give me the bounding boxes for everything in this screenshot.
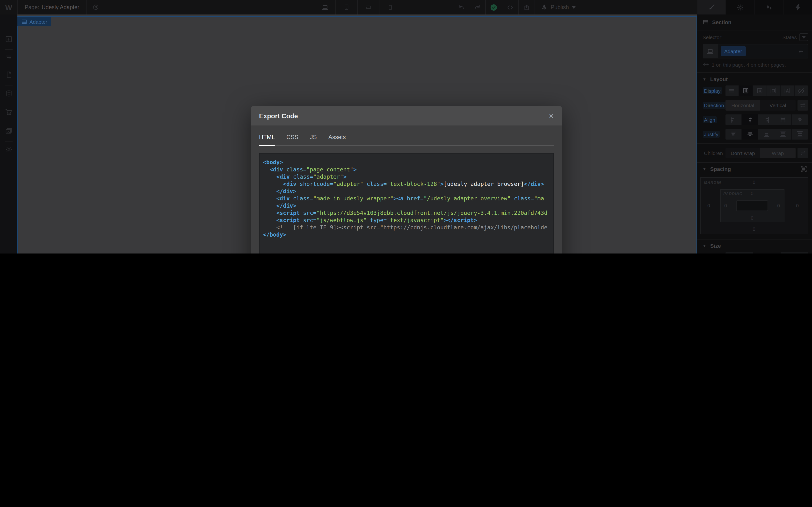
- display-flex-button[interactable]: [739, 86, 752, 96]
- code-brackets-icon: [507, 4, 514, 11]
- class-chip[interactable]: Adapter: [720, 46, 746, 56]
- justify-start-button[interactable]: [725, 129, 742, 139]
- direction-horizontal-button[interactable]: Horizontal: [725, 100, 760, 111]
- align-baseline-button[interactable]: [791, 114, 808, 125]
- children-row: Children Don’t wrap Wrap: [697, 144, 812, 158]
- padding-top-value[interactable]: 0: [751, 191, 753, 196]
- width-field[interactable]: Auto-: [725, 252, 753, 253]
- cms-collections-button[interactable]: [0, 87, 17, 100]
- selected-element-badge[interactable]: Adapter: [17, 17, 51, 26]
- justify-around-button[interactable]: [791, 129, 808, 139]
- justify-options: [725, 129, 808, 139]
- breakpoint-landscape-button[interactable]: [358, 0, 379, 14]
- padding-box: PADDING 0 0 0 0: [720, 189, 784, 222]
- breakpoint-mobile-button[interactable]: [379, 0, 401, 14]
- display-grid-button[interactable]: [753, 86, 766, 96]
- webflow-menu-button[interactable]: W: [0, 0, 17, 14]
- margin-bottom-value[interactable]: 0: [753, 226, 755, 232]
- tab-element-settings[interactable]: [725, 0, 754, 14]
- phone-landscape-icon: [365, 4, 372, 11]
- phone-portrait-icon: [387, 4, 393, 10]
- export-tabs: HTML CSS JS Assets: [259, 126, 554, 146]
- preview-icon: [92, 4, 99, 11]
- tab-js[interactable]: JS: [310, 134, 317, 145]
- breakpoint-tablet-button[interactable]: [336, 0, 357, 14]
- ecommerce-button[interactable]: [0, 106, 17, 118]
- children-wrap-button[interactable]: Wrap: [760, 148, 795, 158]
- wrap-reverse-button[interactable]: [797, 148, 808, 158]
- spacing-header[interactable]: ▼Spacing: [697, 163, 812, 175]
- export-code-button[interactable]: [502, 0, 518, 14]
- tab-style-manager[interactable]: [755, 0, 783, 14]
- page-selector[interactable]: Page: Udesly Adapter: [18, 0, 86, 14]
- navigator-button[interactable]: [0, 51, 17, 64]
- align-stretch-button[interactable]: [774, 114, 791, 125]
- spacing-mode-icon[interactable]: [800, 166, 807, 172]
- close-button[interactable]: ✕: [549, 112, 554, 119]
- code-viewer[interactable]: <body> <div class="page-content"> <div c…: [259, 153, 554, 253]
- redo-button[interactable]: [469, 0, 486, 14]
- display-inline-button[interactable]: [780, 86, 794, 96]
- margin-left-value[interactable]: 0: [707, 203, 710, 208]
- element-type-header: Section: [697, 14, 812, 30]
- display-block-button[interactable]: [725, 86, 739, 96]
- height-field[interactable]: Auto-: [780, 252, 808, 253]
- selector-field[interactable]: Adapter: [703, 44, 808, 58]
- states-label: States: [782, 34, 797, 40]
- share-button[interactable]: [519, 0, 535, 14]
- direction-reverse-button[interactable]: [797, 100, 808, 111]
- preview-toggle-button[interactable]: [87, 0, 105, 14]
- undo-button[interactable]: [454, 0, 469, 14]
- saved-status-button[interactable]: [486, 0, 502, 14]
- pages-button[interactable]: [0, 68, 17, 80]
- display-inline-block-button[interactable]: [766, 86, 780, 96]
- display-none-button[interactable]: [794, 86, 808, 96]
- spacing-title: Spacing: [710, 166, 731, 172]
- lightning-icon: [795, 4, 801, 11]
- tab-html[interactable]: HTML: [259, 134, 275, 145]
- tab-css[interactable]: CSS: [286, 134, 298, 145]
- spacing-diagram[interactable]: MARGIN 0 0 0 0 PADDING 0 0 0 0: [700, 177, 808, 234]
- align-stretch-icon: [779, 116, 788, 124]
- modal-header: Export Code ✕: [251, 106, 562, 126]
- tab-assets[interactable]: Assets: [328, 134, 346, 145]
- align-end-button[interactable]: [758, 114, 775, 125]
- divider: [5, 142, 12, 142]
- size-header[interactable]: ▼Size: [697, 239, 812, 252]
- cart-icon: [5, 108, 12, 116]
- section-icon: [703, 19, 708, 25]
- direction-label: Direction: [703, 102, 725, 108]
- align-options: [725, 114, 808, 125]
- padding-left-value[interactable]: 0: [724, 203, 727, 208]
- assets-button[interactable]: [0, 125, 17, 137]
- project-settings-button[interactable]: [0, 143, 17, 156]
- justify-end-button[interactable]: [758, 129, 775, 139]
- display-inline-icon: [783, 87, 791, 95]
- margin-right-value[interactable]: 0: [796, 203, 799, 208]
- children-dont-wrap-button[interactable]: Don’t wrap: [725, 148, 760, 158]
- tab-style-panel[interactable]: [697, 0, 725, 14]
- layout-header[interactable]: ▼Layout: [697, 73, 812, 86]
- padding-right-value[interactable]: 0: [777, 203, 780, 208]
- direction-row: Direction Horizontal Vertical: [703, 100, 808, 111]
- chevron-down-icon: [572, 6, 576, 8]
- class-usage-label: 1 on this page, 4 on other pages.: [712, 62, 786, 67]
- breakpoint-desktop-button[interactable]: [314, 0, 336, 14]
- margin-top-value[interactable]: 0: [753, 180, 755, 185]
- padding-bottom-value[interactable]: 0: [751, 215, 753, 221]
- direction-options: Horizontal Vertical: [725, 100, 795, 111]
- add-elements-button[interactable]: [0, 33, 17, 45]
- align-center-button[interactable]: [742, 114, 758, 125]
- top-bar-actions: Publish: [454, 0, 581, 14]
- publish-button[interactable]: Publish: [535, 0, 581, 14]
- states-dropdown[interactable]: States: [782, 33, 808, 41]
- eye-slash-icon: [798, 87, 805, 95]
- justify-center-button[interactable]: [742, 129, 758, 139]
- align-start-button[interactable]: [725, 114, 742, 125]
- direction-vertical-button[interactable]: Vertical: [760, 100, 795, 111]
- style-panel: Section Selector: States Adapter 1 on th…: [697, 14, 812, 253]
- justify-between-button[interactable]: [774, 129, 791, 139]
- class-list-button[interactable]: [794, 44, 807, 58]
- padding-label: PADDING: [723, 192, 743, 196]
- tab-interactions[interactable]: [783, 0, 812, 14]
